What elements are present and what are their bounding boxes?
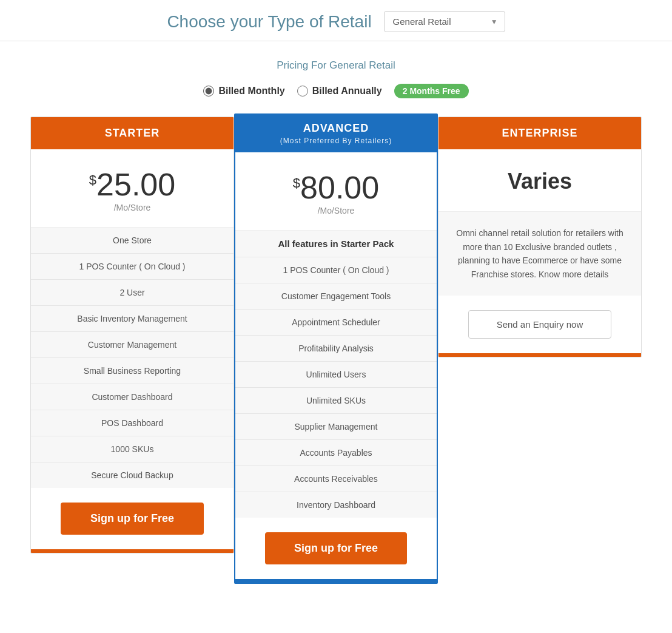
list-item: All features in Starter Pack	[235, 231, 437, 257]
list-item: Profitability Analysis	[235, 336, 437, 362]
list-item: Customer Management	[31, 332, 234, 358]
list-item: 1000 SKUs	[31, 436, 234, 462]
advanced-cta-block: Sign up for Free	[235, 518, 437, 579]
starter-price-block: $25.00 /Mo/Store	[31, 149, 234, 228]
starter-bottom-bar	[31, 549, 234, 553]
starter-plan-header: STARTER	[31, 117, 234, 149]
starter-plan-card: STARTER $25.00 /Mo/Store One Store 1 POS…	[30, 117, 234, 553]
enterprise-bottom-bar	[438, 353, 641, 357]
starter-price-unit: /Mo/Store	[43, 203, 221, 212]
header: Choose your Type of Retail General Retai…	[0, 0, 672, 41]
billing-annually-radio[interactable]	[297, 86, 308, 96]
list-item: 1 POS Counter ( On Cloud )	[235, 257, 437, 283]
list-item: Unlimited SKUs	[235, 388, 437, 414]
starter-features-list: One Store 1 POS Counter ( On Cloud ) 2 U…	[31, 228, 234, 488]
billing-monthly-radio[interactable]	[203, 86, 214, 96]
list-item: Supplier Management	[235, 414, 437, 440]
billing-annually-label: Billed Annually	[312, 86, 382, 96]
list-item: Unlimited Users	[235, 362, 437, 388]
advanced-price-block: $80.00 /Mo/Store	[235, 152, 437, 231]
enterprise-enquiry-button[interactable]: Send an Enquiry now	[468, 310, 611, 339]
billing-monthly-option[interactable]: Billed Monthly	[203, 86, 284, 96]
retail-type-select[interactable]: General RetailFashion RetailRestaurantPh…	[384, 11, 505, 32]
pricing-subtitle: Pricing For General Retail	[12, 59, 660, 72]
list-item: 2 User	[31, 280, 234, 306]
starter-price: $25.00	[43, 166, 221, 203]
plans-grid: STARTER $25.00 /Mo/Store One Store 1 POS…	[12, 117, 660, 587]
enterprise-plan-card: ENTERPRISE Varies Omni channel retail so…	[438, 117, 642, 357]
advanced-price-unit: /Mo/Store	[247, 206, 425, 215]
list-item: Customer Engagement Tools	[235, 283, 437, 310]
list-item: Inventory Dashboard	[235, 492, 437, 518]
advanced-plan-card: ADVANCED (Most Preferred By Retailers) $…	[234, 113, 438, 584]
advanced-features-list: All features in Starter Pack 1 POS Count…	[235, 231, 437, 518]
advanced-plan-sub: (Most Preferred By Retailers)	[241, 137, 431, 145]
list-item: 1 POS Counter ( On Cloud )	[31, 254, 234, 280]
list-item: Basic Inventory Management	[31, 306, 234, 332]
billing-monthly-label: Billed Monthly	[218, 86, 284, 96]
retail-type-selector[interactable]: General RetailFashion RetailRestaurantPh…	[384, 11, 505, 32]
list-item: Small Business Reporting	[31, 358, 234, 384]
billing-toggle: Billed Monthly Billed Annually 2 Months …	[12, 84, 660, 98]
list-item: Customer Dashboard	[31, 384, 234, 410]
advanced-bottom-bar	[235, 579, 437, 583]
advanced-plan-name: ADVANCED	[241, 122, 431, 135]
enterprise-cta-block: Send an Enquiry now	[438, 296, 641, 353]
enterprise-price-varies: Varies	[451, 166, 629, 197]
starter-plan-name: STARTER	[105, 127, 160, 139]
list-item: POS Dashboard	[31, 410, 234, 436]
enterprise-plan-header: ENTERPRISE	[438, 117, 641, 149]
free-months-badge: 2 Months Free	[394, 84, 469, 98]
enterprise-description: Omni channel retail solution for retaile…	[438, 212, 641, 296]
page-title: Choose your Type of Retail	[167, 12, 371, 32]
starter-cta-block: Sign up for Free	[31, 488, 234, 549]
starter-signup-button[interactable]: Sign up for Free	[61, 503, 203, 535]
pricing-section: Pricing For General Retail Billed Monthl…	[0, 41, 672, 611]
list-item: Accounts Payables	[235, 440, 437, 466]
list-item: Secure Cloud Backup	[31, 462, 234, 488]
advanced-price: $80.00	[247, 169, 425, 206]
enterprise-plan-name: ENTERPRISE	[502, 127, 577, 139]
billing-annually-option[interactable]: Billed Annually	[297, 86, 382, 96]
advanced-currency-symbol: $	[293, 175, 300, 191]
starter-currency-symbol: $	[89, 172, 96, 188]
list-item: Accounts Receivables	[235, 466, 437, 492]
list-item: One Store	[31, 228, 234, 254]
advanced-plan-header: ADVANCED (Most Preferred By Retailers)	[235, 115, 437, 152]
enterprise-price-block: Varies	[438, 149, 641, 212]
advanced-signup-button[interactable]: Sign up for Free	[265, 532, 407, 564]
list-item: Appointment Scheduler	[235, 310, 437, 336]
